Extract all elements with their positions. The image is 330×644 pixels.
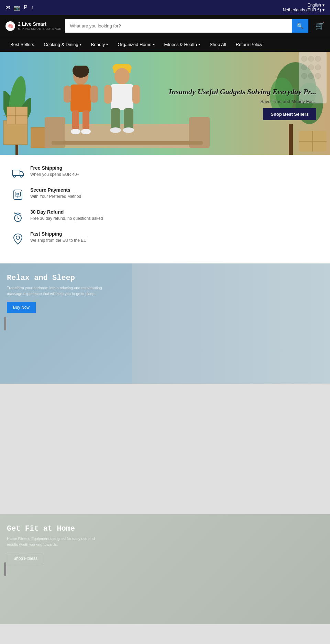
- person-right: [103, 64, 141, 134]
- svg-rect-27: [132, 85, 140, 104]
- svg-point-51: [20, 175, 22, 177]
- promo-relax-cta[interactable]: Buy Now: [7, 302, 36, 313]
- promo-fit-title: Get Fit at Home: [7, 524, 103, 533]
- promo-relax-sleep: Relax and Sleep Transform your bedroom i…: [0, 263, 330, 384]
- feature-refund-desc: Free 30 day refund, no questions asked: [30, 216, 103, 222]
- feature-free-shipping-desc: When you spend EUR 40+: [30, 172, 79, 178]
- feature-secure-payments-title: Secure Payments: [30, 187, 81, 193]
- svg-point-40: [301, 56, 307, 61]
- svg-rect-17: [90, 86, 98, 103]
- svg-rect-19: [82, 110, 89, 131]
- svg-point-30: [110, 127, 121, 133]
- svg-rect-15: [70, 84, 91, 112]
- promo-get-fit: Get Fit at Home Home Fitness Equipment d…: [0, 514, 330, 624]
- nav-shop-all[interactable]: Shop All: [205, 37, 231, 52]
- svg-point-41: [308, 56, 314, 61]
- logo-name: 2 Live Smart: [18, 21, 61, 27]
- promo-relax-title: Relax and Sleep: [7, 274, 103, 282]
- instagram-icon[interactable]: 📷: [13, 4, 20, 11]
- promo-fit-image-area: [0, 624, 330, 644]
- search-bar: 🔍: [65, 19, 308, 33]
- tiktok-icon[interactable]: ♪: [31, 4, 34, 11]
- lang-chevron-icon: ▾: [322, 3, 324, 8]
- hero-banner: Insanely Useful Gadgets Solving Everyday…: [0, 52, 330, 155]
- social-icons: ✉ 📷 P ♪: [6, 4, 34, 11]
- svg-point-48: [315, 73, 321, 79]
- svg-point-24: [114, 68, 130, 84]
- feature-fast-shipping-title: Fast Shipping: [30, 231, 87, 237]
- top-bar: ✉ 📷 P ♪ English ▾ Netherlands (EUR €) ▾: [0, 0, 330, 15]
- hero-cta-button[interactable]: Shop Best Sellers: [263, 108, 316, 120]
- svg-point-20: [71, 129, 80, 134]
- svg-rect-49: [12, 170, 20, 176]
- svg-rect-25: [111, 84, 133, 110]
- svg-point-42: [315, 56, 321, 61]
- svg-rect-28: [111, 108, 120, 129]
- location-icon: [10, 231, 25, 246]
- promo-relax-image-area: [0, 384, 330, 514]
- nav-cooking-dining[interactable]: Cooking & Dining ▾: [39, 37, 86, 52]
- nav-organized-home[interactable]: Organized Home ▾: [113, 37, 159, 52]
- nav-best-sellers[interactable]: Best Sellers: [6, 37, 39, 52]
- svg-point-31: [123, 127, 134, 133]
- refund-icon: [10, 209, 25, 224]
- svg-point-59: [16, 236, 20, 239]
- svg-point-21: [81, 129, 91, 134]
- svg-point-55: [17, 193, 19, 195]
- svg-rect-18: [72, 110, 79, 131]
- scroll-indicator: [4, 317, 6, 330]
- feature-fast-shipping: Fast Shipping We ship from the EU to the…: [10, 231, 320, 246]
- language-selector[interactable]: English ▾: [308, 3, 324, 8]
- feature-secure-payments-desc: With Your Preferred Method: [30, 194, 81, 200]
- hero-text-overlay: Insanely Useful Gadgets Solving Everyday…: [169, 87, 316, 120]
- promo-relax-desc: Transform your bedroom into a relaxing a…: [7, 285, 103, 296]
- feature-30-day-refund: 30 Day Refund Free 30 day refund, no que…: [10, 209, 320, 224]
- feature-fast-shipping-desc: We ship from the EU to the EU: [30, 238, 87, 244]
- feature-free-shipping-title: Free Shipping: [30, 165, 79, 171]
- main-nav: Best Sellers Cooking & Dining ▾ Beauty ▾…: [0, 37, 330, 52]
- chevron-down-icon: ▾: [80, 43, 81, 46]
- svg-rect-53: [15, 192, 21, 196]
- chevron-down-icon: ▾: [106, 43, 108, 46]
- svg-rect-16: [64, 86, 71, 103]
- svg-rect-26: [104, 85, 112, 104]
- nav-beauty[interactable]: Beauty ▾: [86, 37, 113, 52]
- nav-fitness-health[interactable]: Fitness & Health ▾: [160, 37, 205, 52]
- header: 🧠 2 Live Smart MAKING SMART EASY SINCE 🔍…: [0, 15, 330, 37]
- svg-point-50: [13, 175, 15, 177]
- nav-return-policy[interactable]: Return Policy: [231, 37, 267, 52]
- pinterest-icon[interactable]: P: [24, 4, 28, 11]
- feature-refund-title: 30 Day Refund: [30, 209, 103, 215]
- logo-subtext: MAKING SMART EASY SINCE: [18, 27, 61, 31]
- features-section: Free Shipping When you spend EUR 40+ Sec…: [0, 155, 330, 260]
- promo-fit-cta[interactable]: Shop Fitness: [7, 553, 44, 564]
- shield-icon: [10, 187, 25, 202]
- svg-point-46: [301, 73, 307, 79]
- truck-icon: [10, 165, 25, 180]
- email-icon[interactable]: ✉: [6, 4, 10, 11]
- svg-point-43: [301, 65, 307, 70]
- promo-relax-image: [132, 263, 330, 384]
- feature-secure-payments: Secure Payments With Your Preferred Meth…: [10, 187, 320, 202]
- hero-subtitle: Save Time and Money For...: [169, 99, 316, 104]
- search-input[interactable]: [65, 19, 292, 33]
- svg-rect-29: [124, 108, 133, 129]
- search-button[interactable]: 🔍: [292, 19, 308, 33]
- svg-rect-12: [52, 141, 203, 145]
- svg-point-44: [308, 65, 314, 70]
- scroll-indicator-2: [4, 562, 6, 576]
- currency-selector[interactable]: Netherlands (EUR €) ▾: [283, 8, 324, 12]
- promo-fit-desc: Home Fitness Equipment designed for easy…: [7, 536, 103, 547]
- currency-chevron-icon: ▾: [322, 8, 324, 12]
- chevron-down-icon: ▾: [153, 43, 155, 46]
- locale-selectors: English ▾ Netherlands (EUR €) ▾: [283, 3, 324, 12]
- logo[interactable]: 🧠 2 Live Smart MAKING SMART EASY SINCE: [6, 21, 61, 31]
- person-left: [62, 66, 100, 134]
- hero-title: Insanely Useful Gadgets Solving Everyday…: [169, 87, 316, 97]
- svg-rect-35: [289, 124, 293, 155]
- svg-point-45: [315, 65, 321, 70]
- cart-icon[interactable]: 🛒: [315, 22, 324, 31]
- svg-point-47: [308, 73, 314, 79]
- logo-icon: 🧠: [6, 21, 15, 31]
- feature-free-shipping: Free Shipping When you spend EUR 40+: [10, 165, 320, 180]
